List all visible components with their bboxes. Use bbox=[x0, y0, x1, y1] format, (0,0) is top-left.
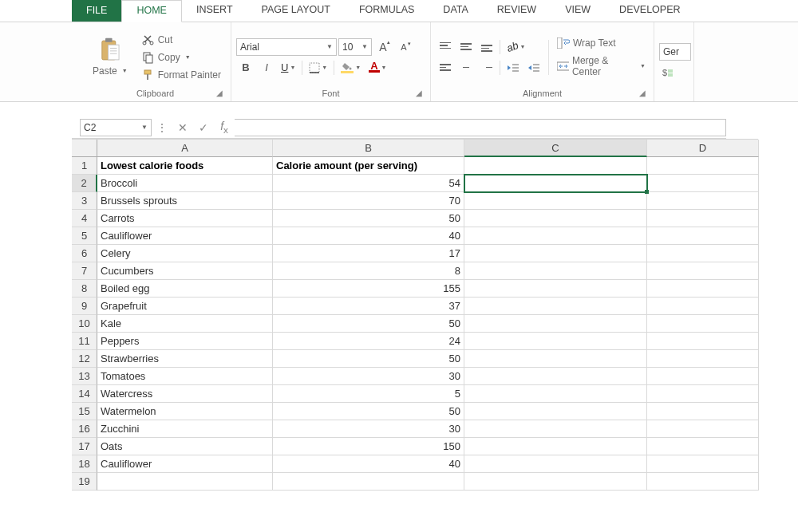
tab-page-layout[interactable]: PAGE LAYOUT bbox=[247, 0, 345, 22]
cell[interactable]: Strawberries bbox=[97, 350, 273, 368]
cell[interactable] bbox=[647, 262, 759, 280]
cell[interactable] bbox=[647, 315, 759, 333]
shrink-font-button[interactable]: A▾ bbox=[394, 38, 413, 56]
cell[interactable] bbox=[464, 420, 647, 438]
column-header[interactable]: C bbox=[464, 140, 647, 157]
row-header[interactable]: 11 bbox=[72, 333, 97, 350]
align-bottom-button[interactable] bbox=[477, 38, 496, 56]
row-header[interactable]: 2 bbox=[72, 175, 97, 192]
tab-file[interactable]: FILE bbox=[72, 0, 121, 22]
cell[interactable]: Grapefruit bbox=[97, 298, 273, 315]
row-header[interactable]: 10 bbox=[72, 315, 97, 333]
cell[interactable] bbox=[464, 192, 647, 210]
cell[interactable] bbox=[464, 350, 647, 368]
paste-button[interactable]: Paste▼ bbox=[89, 64, 131, 78]
row-header[interactable]: 6 bbox=[72, 245, 97, 262]
cell[interactable]: Brussels sprouts bbox=[97, 192, 273, 210]
number-format-combo[interactable]: Ger bbox=[659, 43, 691, 61]
column-header[interactable]: A bbox=[97, 140, 273, 157]
cell[interactable] bbox=[464, 280, 647, 298]
cell[interactable] bbox=[647, 175, 759, 192]
row-header[interactable]: 15 bbox=[72, 403, 97, 420]
cell[interactable]: 50 bbox=[273, 350, 464, 368]
cell[interactable]: Cucumbers bbox=[97, 262, 273, 280]
cell[interactable] bbox=[464, 245, 647, 262]
cell[interactable]: Broccoli bbox=[97, 175, 273, 192]
merge-center-button[interactable]: Merge & Center▼ bbox=[554, 53, 649, 79]
cell[interactable]: 8 bbox=[273, 262, 464, 280]
cell[interactable]: 70 bbox=[273, 192, 464, 210]
row-header[interactable]: 1 bbox=[72, 157, 97, 175]
alignment-dialog-launcher-icon[interactable]: ◢ bbox=[638, 89, 647, 98]
cell[interactable]: 50 bbox=[273, 403, 464, 420]
cell[interactable] bbox=[464, 210, 647, 227]
cell[interactable] bbox=[97, 473, 273, 491]
cancel-formula-button[interactable]: ✕ bbox=[172, 121, 193, 134]
cell[interactable]: 17 bbox=[273, 245, 464, 262]
cell[interactable] bbox=[647, 192, 759, 210]
cell[interactable] bbox=[464, 438, 647, 455]
row-header[interactable]: 13 bbox=[72, 368, 97, 385]
font-color-button[interactable]: A ▼ bbox=[365, 59, 389, 77]
cut-button[interactable]: Cut bbox=[139, 32, 224, 48]
cell[interactable] bbox=[647, 350, 759, 368]
align-middle-button[interactable] bbox=[456, 38, 476, 56]
cell[interactable] bbox=[273, 473, 464, 491]
align-top-button[interactable] bbox=[436, 38, 455, 56]
cell[interactable]: 30 bbox=[273, 420, 464, 438]
cell[interactable] bbox=[647, 473, 759, 491]
tab-developer[interactable]: DEVELOPER bbox=[605, 0, 694, 22]
row-header[interactable]: 8 bbox=[72, 280, 97, 298]
borders-button[interactable]: ▼ bbox=[306, 59, 330, 77]
cell[interactable]: 5 bbox=[273, 385, 464, 403]
tab-data[interactable]: DATA bbox=[429, 0, 482, 22]
cell[interactable] bbox=[464, 368, 647, 385]
cell[interactable] bbox=[464, 385, 647, 403]
cell[interactable]: Watercress bbox=[97, 385, 273, 403]
cell[interactable] bbox=[464, 298, 647, 315]
cell[interactable]: Calorie amount (per serving) bbox=[273, 157, 464, 175]
tab-review[interactable]: REVIEW bbox=[483, 0, 551, 22]
name-box[interactable]: C2▼ bbox=[80, 119, 152, 136]
cell[interactable]: 37 bbox=[273, 298, 464, 315]
italic-button[interactable]: I bbox=[257, 59, 276, 77]
cell[interactable] bbox=[647, 385, 759, 403]
cell[interactable]: Boiled egg bbox=[97, 280, 273, 298]
cell[interactable] bbox=[647, 403, 759, 420]
cell[interactable] bbox=[464, 262, 647, 280]
spreadsheet-grid[interactable]: ABCD1Lowest calorie foodsCalorie amount … bbox=[72, 139, 758, 491]
cell[interactable] bbox=[464, 473, 647, 491]
cell[interactable] bbox=[464, 227, 647, 245]
cell[interactable] bbox=[464, 333, 647, 350]
cell[interactable]: Carrots bbox=[97, 210, 273, 227]
row-header[interactable]: 5 bbox=[72, 227, 97, 245]
grow-font-button[interactable]: A▴ bbox=[373, 38, 393, 56]
name-box-expand-icon[interactable]: ⋮ bbox=[152, 121, 172, 134]
cell[interactable]: Cauliflower bbox=[97, 455, 273, 473]
cell[interactable]: 40 bbox=[273, 227, 464, 245]
cell[interactable]: Zucchini bbox=[97, 420, 273, 438]
formula-input[interactable] bbox=[235, 119, 726, 136]
cell[interactable] bbox=[464, 175, 647, 192]
tab-insert[interactable]: INSERT bbox=[182, 0, 247, 22]
increase-indent-button[interactable] bbox=[524, 59, 543, 77]
underline-button[interactable]: U▼ bbox=[278, 59, 298, 77]
row-header[interactable]: 17 bbox=[72, 438, 97, 455]
cell[interactable]: Kale bbox=[97, 315, 273, 333]
row-header[interactable]: 7 bbox=[72, 262, 97, 280]
align-right-button[interactable] bbox=[477, 59, 496, 77]
cell[interactable]: 50 bbox=[273, 210, 464, 227]
column-header[interactable]: B bbox=[273, 140, 464, 157]
font-name-combo[interactable]: Arial▼ bbox=[236, 38, 337, 56]
cell[interactable]: 54 bbox=[273, 175, 464, 192]
row-header[interactable]: 14 bbox=[72, 385, 97, 403]
enter-formula-button[interactable]: ✓ bbox=[193, 121, 214, 134]
select-all-corner[interactable] bbox=[72, 140, 97, 157]
cell[interactable] bbox=[647, 227, 759, 245]
cell[interactable] bbox=[647, 420, 759, 438]
cell[interactable]: Celery bbox=[97, 245, 273, 262]
cell[interactable]: Cauliflower bbox=[97, 227, 273, 245]
font-size-combo[interactable]: 10▼ bbox=[338, 38, 372, 56]
row-header[interactable]: 19 bbox=[72, 473, 97, 491]
fx-icon[interactable]: fx bbox=[214, 120, 235, 135]
